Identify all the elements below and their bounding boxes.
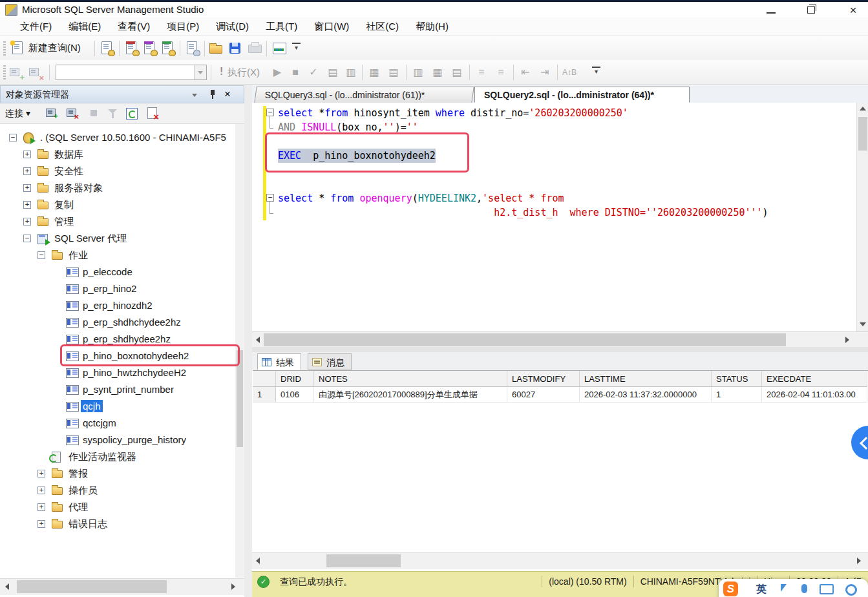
ime-keyboard-icon[interactable] — [820, 584, 834, 594]
fold-collapse-icon[interactable]: − — [266, 109, 274, 116]
toolbar-grip[interactable] — [3, 65, 6, 79]
collapse-minus-icon[interactable]: − — [9, 134, 17, 141]
grid-cell[interactable]: 2026-02-04 11:01:03.00 — [762, 387, 867, 403]
tree-item[interactable]: p_erp_hinozdh2 — [0, 297, 235, 314]
tree-item[interactable]: +错误日志 — [0, 516, 235, 532]
editor-tab[interactable]: SQLQuery2.sql - (lo...dministrator (64))… — [474, 87, 690, 103]
menu-item[interactable]: 工具(T) — [257, 19, 306, 35]
column-header[interactable]: NOTES — [314, 371, 507, 387]
debug-play-icon[interactable]: ▶ — [270, 65, 284, 79]
tab-messages[interactable]: 消息 — [308, 353, 352, 370]
disconnect-script-icon[interactable] — [146, 107, 159, 119]
tree-item[interactable]: qcjh — [0, 398, 235, 415]
grid-cell[interactable]: 60027 — [507, 387, 580, 403]
open-file-icon[interactable] — [208, 41, 224, 56]
ime-logo-icon[interactable]: S — [723, 581, 738, 596]
tree-item[interactable]: +警报 — [0, 465, 235, 482]
tree-item[interactable]: −作业 — [0, 247, 235, 264]
column-header[interactable]: STATUS — [712, 371, 762, 387]
filter-icon[interactable] — [106, 107, 119, 119]
results-to-file-icon[interactable]: ▤ — [450, 65, 464, 79]
expand-plus-icon[interactable]: + — [23, 151, 31, 158]
pin-icon[interactable] — [209, 89, 217, 100]
connect-button[interactable]: 连接 ▾ — [5, 108, 30, 120]
expand-plus-icon[interactable]: + — [37, 503, 45, 511]
change-connection-icon[interactable]: × — [28, 65, 44, 80]
tree-item[interactable]: +管理 — [0, 213, 235, 230]
specify-values-icon[interactable]: A↕B — [562, 65, 577, 79]
menu-item[interactable]: 查看(V) — [109, 19, 158, 35]
grid-cell[interactable]: 由源单号[260202017000889]分单生成单据 — [314, 387, 507, 403]
menu-item[interactable]: 编辑(E) — [60, 19, 109, 35]
decrease-indent-icon[interactable]: ⇤ — [518, 65, 533, 79]
save-icon[interactable] — [228, 41, 243, 56]
row-number-header[interactable] — [253, 371, 276, 387]
tree-item[interactable]: +复制 — [0, 196, 235, 213]
results-to-text-icon[interactable]: ▥ — [411, 65, 425, 79]
tree-item[interactable]: +安全性 — [0, 163, 235, 180]
ime-microphone-icon[interactable] — [801, 584, 807, 593]
database-combobox[interactable] — [56, 65, 207, 80]
tree-item[interactable]: +操作员 — [0, 482, 235, 499]
connect-query-icon[interactable]: + — [9, 65, 25, 80]
uncomment-icon[interactable]: ≡ — [494, 65, 508, 79]
expand-plus-icon[interactable]: + — [23, 184, 31, 192]
expand-plus-icon[interactable]: + — [37, 470, 45, 477]
row-number-cell[interactable]: 1 — [253, 387, 276, 403]
tree-item[interactable]: 作业活动监视器 — [0, 448, 235, 465]
step-over-icon[interactable]: ▥ — [344, 65, 358, 79]
code-line[interactable]: select *from hinosynt_item where distir_… — [278, 106, 628, 120]
menu-item[interactable]: 社区(C) — [357, 19, 407, 35]
open-document-icon[interactable] — [185, 41, 200, 56]
menu-item[interactable]: 调试(D) — [207, 19, 257, 35]
tree-item[interactable]: p_synt_print_number — [0, 381, 235, 398]
code-line[interactable]: h2.t_dist_h where DISTNO=''2602032000002… — [278, 205, 768, 220]
grid-cell[interactable]: 0106 — [276, 387, 314, 403]
step-into-icon[interactable]: ▤ — [326, 65, 340, 79]
toolbar-overflow-button[interactable]: ▾ — [292, 43, 301, 53]
ime-language-icon[interactable]: 英 — [756, 583, 767, 596]
stop-icon[interactable] — [88, 107, 101, 119]
tree-item[interactable]: p_erp_shdhchydee2hz — [0, 314, 235, 331]
xmla-query-icon[interactable] — [160, 41, 176, 56]
print-icon[interactable] — [247, 41, 262, 56]
expand-plus-icon[interactable]: + — [23, 218, 31, 225]
code-line[interactable]: select * from openquery(HYDEELINK2,'sele… — [278, 191, 564, 205]
editor-tab[interactable]: SQLQuery3.sql - (lo...dministrator (61))… — [254, 87, 474, 103]
editor-horizontal-scrollbar[interactable] — [252, 331, 868, 348]
comment-icon[interactable]: ≡ — [474, 65, 489, 79]
connect-server-icon[interactable]: + — [45, 107, 58, 119]
tree-item[interactable]: qctcjgm — [0, 415, 235, 432]
results-to-grid-icon[interactable]: ▦ — [430, 65, 445, 79]
menu-item[interactable]: 文件(F) — [12, 19, 60, 35]
tree-item[interactable]: syspolicy_purge_history — [0, 432, 235, 448]
refresh-icon[interactable] — [125, 107, 138, 119]
tree-item[interactable]: +服务器对象 — [0, 180, 235, 196]
tree-item[interactable]: +代理 — [0, 499, 235, 516]
close-button[interactable]: × — [843, 5, 863, 16]
expand-plus-icon[interactable]: + — [37, 520, 45, 528]
column-header[interactable]: EXECDATE — [762, 371, 867, 387]
tree-item[interactable]: +数据库 — [0, 146, 235, 163]
new-query-button[interactable]: 新建查询(N) — [28, 42, 81, 54]
vertical-splitter[interactable] — [244, 85, 252, 597]
database-query-icon[interactable] — [100, 41, 115, 56]
mdx-query-icon[interactable] — [124, 41, 140, 56]
tree-item[interactable]: −SQL Server 代理 — [0, 230, 235, 247]
collapse-minus-icon[interactable]: − — [37, 251, 45, 259]
toolbar-overflow-button[interactable]: ▾ — [592, 67, 600, 77]
grid-cell[interactable]: 2026-02-03 11:37:32.0000000 — [580, 387, 712, 403]
expand-plus-icon[interactable]: + — [23, 201, 31, 209]
minimize-button[interactable] — [761, 5, 781, 16]
increase-indent-icon[interactable]: ⇥ — [538, 65, 552, 79]
tree-item[interactable]: −. (SQL Server 10.50.1600 - CHINAMI-A5F5 — [0, 129, 235, 146]
results-horizontal-scrollbar[interactable] — [252, 552, 868, 569]
tree-item[interactable]: p_erp_hino2 — [0, 280, 235, 297]
execute-button[interactable]: 执行(X) — [228, 67, 260, 79]
new-query-icon[interactable] — [10, 41, 26, 56]
horizontal-splitter[interactable] — [252, 347, 868, 352]
activity-monitor-icon[interactable] — [271, 41, 287, 56]
panel-close-icon[interactable]: × — [224, 88, 231, 101]
breakpoint-icon[interactable]: ▦ — [367, 65, 381, 79]
dmx-query-icon[interactable] — [142, 41, 158, 56]
